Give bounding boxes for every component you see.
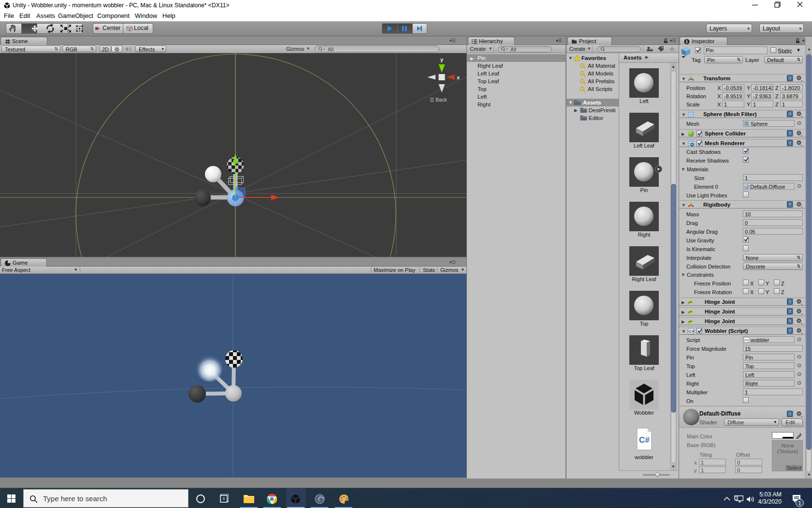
svg-text:C#: C# [745, 339, 749, 342]
svg-text:?: ? [789, 141, 791, 146]
svg-text:?: ? [789, 412, 791, 417]
svg-text:?: ? [789, 112, 791, 117]
svg-text:?: ? [789, 329, 791, 333]
svg-text:?: ? [789, 76, 791, 81]
svg-text:?: ? [789, 131, 791, 136]
svg-text:C#: C# [639, 435, 650, 445]
svg-text:?: ? [789, 299, 791, 304]
svg-text:C#: C# [689, 329, 694, 334]
svg-text:y: y [440, 57, 444, 62]
svg-text:☰ Back: ☰ Back [430, 97, 447, 103]
svg-text:x: x [457, 75, 460, 80]
svg-text:?: ? [789, 319, 791, 324]
svg-text:?: ? [789, 309, 791, 314]
svg-text:?: ? [789, 202, 791, 207]
